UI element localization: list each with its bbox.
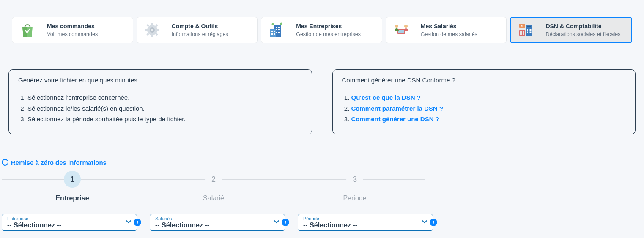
tab-subtitle: Voir mes commandes <box>47 31 98 38</box>
accounting-icon: $ <box>518 22 534 38</box>
svg-rect-1 <box>151 23 153 26</box>
svg-rect-34 <box>529 29 530 30</box>
step-label: Salarié <box>143 194 284 202</box>
tab-title: DSN & Comptabilité <box>545 22 620 30</box>
instruction-item: Sélectionnez l'entreprise concernée. <box>27 92 302 103</box>
tab-dsn-comptabilite[interactable]: $ DSN & Comptabilité Déclarations social… <box>510 17 632 43</box>
svg-rect-38 <box>530 30 532 32</box>
svg-rect-33 <box>527 29 528 30</box>
tab-subtitle: Déclarations sociales et fiscales <box>545 31 620 38</box>
help-item: Comment générer une DSN ? <box>351 114 626 125</box>
employees-icon <box>393 22 410 38</box>
tab-title: Mes commandes <box>47 22 98 30</box>
select-value: -- Sélectionnez -- <box>303 221 417 229</box>
svg-point-24 <box>280 23 282 25</box>
help-link-configure-dsn[interactable]: Comment paramétrer la DSN ? <box>351 105 444 112</box>
select-value: -- Sélectionnez -- <box>155 221 269 229</box>
select-label: Entreprise <box>7 216 121 221</box>
chevron-down-icon <box>274 219 280 226</box>
select-label: Période <box>303 216 417 221</box>
svg-rect-37 <box>529 30 530 32</box>
svg-rect-26 <box>398 30 404 33</box>
step-number: 2 <box>205 171 222 188</box>
select-entreprise[interactable]: Entreprise -- Sélectionnez -- <box>2 214 137 231</box>
panel-heading: Générez votre fichier en quelques minute… <box>18 77 302 84</box>
select-group-entreprise: Entreprise -- Sélectionnez -- i <box>2 214 137 231</box>
tab-mes-entreprises[interactable]: Mes Entreprises Gestion de mes entrepris… <box>261 17 382 43</box>
svg-rect-22 <box>274 33 275 35</box>
tab-title: Compte & Outils <box>172 22 228 30</box>
top-nav-tabs: Mes commandes Voir mes commandes Com <box>0 0 644 43</box>
tab-mes-salaries[interactable]: Mes Salariés Gestion de mes salariés <box>386 17 507 43</box>
svg-rect-32 <box>527 26 531 27</box>
svg-point-27 <box>395 25 398 28</box>
svg-rect-12 <box>270 29 276 37</box>
svg-rect-41 <box>530 32 532 33</box>
tab-subtitle: Gestion de mes salariés <box>421 31 477 38</box>
reset-label: Remise à zéro des informations <box>11 159 107 166</box>
chevron-down-icon <box>422 219 428 226</box>
svg-rect-3 <box>145 29 148 31</box>
svg-rect-18 <box>278 32 280 33</box>
svg-rect-4 <box>156 29 159 31</box>
step-number: 3 <box>346 171 363 188</box>
panel-heading: Comment générer une DSN Conforme ? <box>342 77 626 84</box>
step-periode[interactable]: 3 Periode <box>284 171 425 202</box>
buildings-icon <box>268 22 285 38</box>
info-panels: Générez votre fichier en quelques minute… <box>0 43 644 134</box>
svg-point-28 <box>404 25 408 28</box>
svg-point-23 <box>272 23 274 25</box>
svg-rect-7 <box>155 24 158 27</box>
stepper: 1 Entreprise 2 Salarié 3 Periode <box>0 171 644 202</box>
panel-help: Comment générer une DSN Conforme ? Qu'es… <box>332 69 636 134</box>
shopping-bag-icon <box>19 22 36 38</box>
reset-link[interactable]: Remise à zéro des informations <box>2 159 107 166</box>
select-value: -- Sélectionnez -- <box>7 221 121 229</box>
instruction-item: Sélectionnez la période souhaitée puis l… <box>27 114 302 125</box>
svg-rect-15 <box>276 29 277 30</box>
select-label: Salariés <box>155 216 269 221</box>
selects-row: Entreprise -- Sélectionnez -- i Salariés… <box>0 202 644 238</box>
svg-rect-17 <box>276 32 277 33</box>
step-label: Periode <box>284 194 425 202</box>
select-periode[interactable]: Période -- Sélectionnez -- <box>298 214 433 231</box>
info-icon[interactable]: i <box>430 219 437 226</box>
svg-text:$: $ <box>521 24 523 28</box>
help-link-generate-dsn[interactable]: Comment générer une DSN ? <box>351 115 439 123</box>
select-salaries[interactable]: Salariés -- Sélectionnez -- <box>150 214 285 231</box>
refresh-icon <box>2 159 8 166</box>
tab-title: Mes Entreprises <box>296 22 361 30</box>
help-link-what-is-dsn[interactable]: Qu'est-ce que la DSN ? <box>351 94 421 101</box>
svg-rect-16 <box>278 29 280 30</box>
svg-rect-5 <box>146 24 149 27</box>
svg-rect-36 <box>527 30 528 32</box>
select-group-periode: Période -- Sélectionnez -- i <box>298 214 433 231</box>
svg-point-10 <box>151 29 153 31</box>
chevron-down-icon <box>126 219 132 226</box>
step-label: Entreprise <box>2 194 143 202</box>
info-icon[interactable]: i <box>282 219 289 226</box>
step-entreprise[interactable]: 1 Entreprise <box>2 171 143 202</box>
tab-title: Mes Salariés <box>421 22 477 30</box>
help-item: Qu'est-ce que la DSN ? <box>351 92 626 103</box>
tab-compte-outils[interactable]: Compte & Outils Informations et réglages <box>137 17 258 43</box>
svg-rect-21 <box>271 33 273 35</box>
tab-mes-commandes[interactable]: Mes commandes Voir mes commandes <box>12 17 133 43</box>
step-number: 1 <box>64 171 81 188</box>
select-group-salaries: Salariés -- Sélectionnez -- i <box>150 214 285 231</box>
tab-subtitle: Informations et réglages <box>172 31 228 38</box>
svg-rect-13 <box>276 27 277 28</box>
svg-rect-2 <box>151 34 153 37</box>
svg-rect-14 <box>278 27 280 28</box>
step-salarie[interactable]: 2 Salarié <box>143 171 284 202</box>
svg-rect-40 <box>529 32 530 33</box>
panel-instructions: Générez votre fichier en quelques minute… <box>8 69 312 134</box>
info-icon[interactable]: i <box>134 219 141 226</box>
svg-rect-39 <box>527 32 528 33</box>
tab-subtitle: Gestion de mes entreprises <box>296 31 361 38</box>
gear-icon <box>144 22 161 38</box>
svg-rect-19 <box>271 31 273 32</box>
svg-rect-35 <box>530 29 532 30</box>
svg-rect-20 <box>274 31 275 32</box>
help-item: Comment paramétrer la DSN ? <box>351 103 626 114</box>
